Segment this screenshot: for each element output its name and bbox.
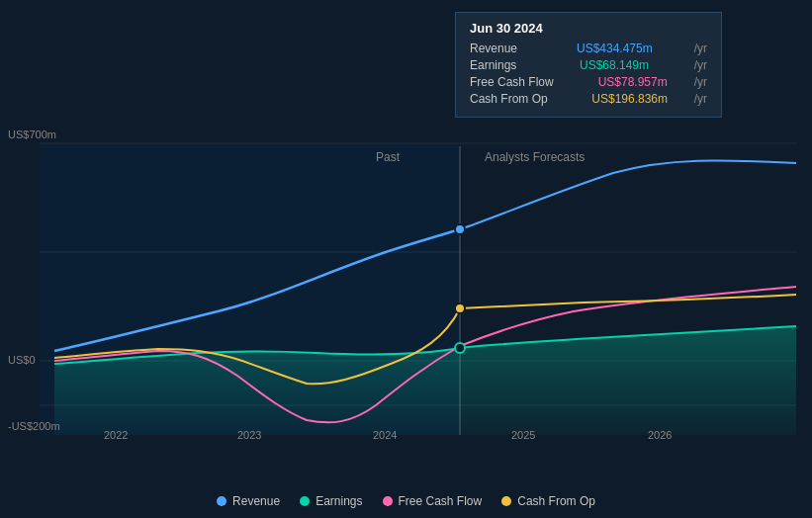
tooltip-row-earnings: Earnings US$68.149m /yr xyxy=(470,58,707,72)
y-label-zero: US$0 xyxy=(8,354,36,366)
tooltip-label-earnings: Earnings xyxy=(470,58,516,72)
x-label-2026: 2026 xyxy=(648,429,672,441)
revenue-dot xyxy=(455,224,465,234)
cashop-line-forecast xyxy=(460,295,796,308)
legend-dot-cashop xyxy=(501,496,511,506)
legend-dot-fcf xyxy=(383,496,393,506)
legend-label-cashop: Cash From Op xyxy=(517,494,595,508)
tooltip-label-cashop: Cash From Op xyxy=(470,92,548,106)
chart-container: US$700m US$0 -US$200m Past Analysts Fore… xyxy=(0,0,812,518)
past-label: Past xyxy=(376,150,400,164)
legend-dot-revenue xyxy=(217,496,226,506)
y-label-top: US$700m xyxy=(8,129,56,140)
forecast-label: Analysts Forecasts xyxy=(485,150,585,164)
tooltip-row-fcf: Free Cash Flow US$78.957m /yr xyxy=(470,75,707,89)
tooltip-unit-revenue: /yr xyxy=(694,42,707,55)
x-label-2025: 2025 xyxy=(511,429,535,441)
tooltip-value-fcf: US$78.957m xyxy=(598,75,668,89)
legend-item-revenue[interactable]: Revenue xyxy=(217,494,280,508)
tooltip-date: Jun 30 2024 xyxy=(470,21,707,36)
tooltip-value-revenue: US$434.475m xyxy=(577,42,653,55)
tooltip-label-revenue: Revenue xyxy=(470,42,517,55)
cashop-dot xyxy=(455,303,465,313)
tooltip: Jun 30 2024 Revenue US$434.475m /yr Earn… xyxy=(455,12,722,118)
tooltip-row-cashop: Cash From Op US$196.836m /yr xyxy=(470,92,707,106)
tooltip-label-fcf: Free Cash Flow xyxy=(470,75,554,89)
y-label-bottom: -US$200m xyxy=(8,420,60,432)
legend-item-earnings[interactable]: Earnings xyxy=(300,494,362,508)
x-label-2023: 2023 xyxy=(237,429,261,441)
legend-dot-earnings xyxy=(300,496,310,506)
revenue-line-forecast xyxy=(460,160,796,229)
tooltip-unit-fcf: /yr xyxy=(694,75,707,89)
tooltip-value-cashop: US$196.836m xyxy=(591,92,668,106)
x-label-2024: 2024 xyxy=(373,429,397,441)
legend-item-fcf[interactable]: Free Cash Flow xyxy=(383,494,483,508)
tooltip-unit-cashop: /yr xyxy=(694,92,707,106)
tooltip-value-earnings: US$68.149m xyxy=(580,58,649,72)
chart-legend: Revenue Earnings Free Cash Flow Cash Fro… xyxy=(0,494,812,508)
x-label-2022: 2022 xyxy=(104,429,128,441)
legend-item-cashop[interactable]: Cash From Op xyxy=(501,494,595,508)
legend-label-fcf: Free Cash Flow xyxy=(399,494,483,508)
tooltip-unit-earnings: /yr xyxy=(694,58,707,72)
legend-label-earnings: Earnings xyxy=(316,494,362,508)
earnings-dot xyxy=(455,343,465,353)
tooltip-row-revenue: Revenue US$434.475m /yr xyxy=(470,42,707,55)
legend-label-revenue: Revenue xyxy=(232,494,280,508)
